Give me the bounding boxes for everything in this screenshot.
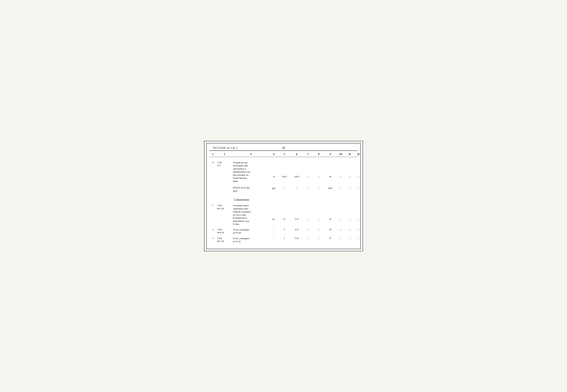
row-col5: I45,0 [278, 175, 290, 178]
itogo-col10: — [336, 187, 345, 190]
row-unit: шт. [269, 218, 278, 221]
row-unit: м [269, 175, 278, 178]
header-code: 503-I-50.86 [213, 147, 226, 149]
row-col6: 3,75 [290, 218, 303, 221]
col-header-3: 3 [232, 153, 269, 156]
row-col10: — [336, 218, 345, 221]
col-header-4: 4 [269, 153, 278, 156]
row-col8: — [314, 228, 324, 231]
itogo-col11: — [345, 187, 354, 190]
row-col6: 0,423 [290, 175, 303, 178]
col-header-10: IO [336, 153, 345, 156]
row-col5: 2 [278, 237, 290, 240]
col-header-9: 9 [324, 153, 336, 156]
col-header-1: I [209, 153, 216, 156]
column-headers: I 2 3 4 5 6 7 8 9 IO II I2 [209, 152, 358, 157]
col-header-7: 7 [303, 153, 314, 156]
itogo-col6: — [290, 187, 303, 190]
row-num: I [209, 204, 216, 207]
col-header-12: I2 [354, 153, 363, 156]
row-desc: То же, площадьюдо I5 м2 [232, 237, 269, 243]
row-col6: 5,45 [290, 237, 303, 240]
col-header-2: 2 [216, 153, 232, 156]
table-row: 3 7-63646-5-I,8 То же, площадьюдо I5 м2 … [209, 237, 358, 243]
row-num: 9 [209, 161, 216, 164]
row-code: 7-63046-3-I,8 [216, 204, 232, 210]
col-header-8: 8 [314, 153, 324, 156]
row-col9: 6I [324, 175, 336, 178]
row-col12: — [354, 228, 363, 231]
itogo-col2 [216, 186, 232, 187]
itogo-desc: ИТОГО по IУ раз-делу [232, 186, 269, 193]
row-col12: — [354, 218, 363, 221]
row-col8: — [314, 237, 324, 240]
row-col9: 4I [324, 218, 336, 221]
row-col12: — [354, 175, 363, 178]
table-row: I 7-63046-3-I,8 Установка гипсо-перитовы… [209, 204, 358, 226]
row-col5: II [278, 218, 290, 221]
page-header: 503-I-50.86 ап. 5 кн. 1 90 [209, 145, 358, 151]
table-row: 9 7-70I5I-I Устройство гер-метизации гор… [209, 161, 358, 183]
row-code: 7-63346-4-I,8 [216, 228, 232, 235]
row-col8: — [314, 175, 324, 178]
section-title: У. Перегородки [209, 198, 358, 201]
itogo-col9: 204C [324, 187, 336, 190]
itogo-col8: — [314, 187, 324, 190]
itogo-col7: — [303, 187, 314, 190]
row-col9: 38 [324, 228, 336, 231]
row-col7: — [303, 237, 314, 240]
row-col9: II [324, 237, 336, 240]
bottom-left-bracket [206, 246, 211, 249]
row-col7: — [303, 228, 314, 231]
bottom-right-bracket [356, 246, 361, 249]
row-num: 3 [209, 237, 216, 240]
row-desc: Устройство гер-метизации гори-зонтальных… [232, 161, 269, 183]
row-col5: 9 [278, 228, 290, 231]
row-unit: " [269, 228, 278, 231]
itogo-col12: — [354, 187, 363, 190]
col-header-6: 6 [290, 153, 303, 156]
row-col7: — [303, 175, 314, 178]
row-col11: — [345, 175, 354, 178]
header-page: 90 [282, 146, 285, 150]
header-italic: ап. 5 кн. 1 [227, 147, 237, 149]
row-desc: То же, площадьюдо IO м2 [232, 228, 269, 235]
row-code: 7-63646-5-I,8 [216, 237, 232, 243]
row-col11: — [345, 218, 354, 221]
outer-border: 503-I-50.86 ап. 5 кн. 1 90 I 2 3 4 5 6 7… [206, 143, 361, 249]
row-col10: — [336, 237, 345, 240]
row-col12: — [354, 237, 363, 240]
row-col10: — [336, 228, 345, 231]
page-container: 503-I-50.86 ап. 5 кн. 1 90 I 2 3 4 5 6 7… [204, 141, 363, 251]
table-body: 9 7-70I5I-I Устройство гер-метизации гор… [209, 158, 358, 243]
row-col11: — [345, 228, 354, 231]
row-col8: — [314, 218, 324, 221]
row-col10: — [336, 175, 345, 178]
row-num: 2 [209, 228, 216, 231]
row-col7: — [303, 218, 314, 221]
row-desc: Установка гипсо-перитовых пере-городок п… [232, 204, 269, 226]
row-code: 7-70I5I-I [216, 161, 232, 168]
itogo-row: ИТОГО по IУ раз-делу руб. — — — — 204C —… [209, 186, 358, 193]
table-row: 2 7-63346-4-I,8 То же, площадьюдо IO м2 … [209, 228, 358, 235]
col-header-5: 5 [278, 153, 290, 156]
itogo-unit: руб. [269, 187, 278, 190]
row-unit: " [269, 237, 278, 240]
itogo-col1 [209, 186, 216, 187]
itogo-col5: — [278, 187, 290, 190]
row-col6: 4,23 [290, 228, 303, 231]
row-col11: — [345, 237, 354, 240]
col-header-11: II [345, 153, 354, 156]
